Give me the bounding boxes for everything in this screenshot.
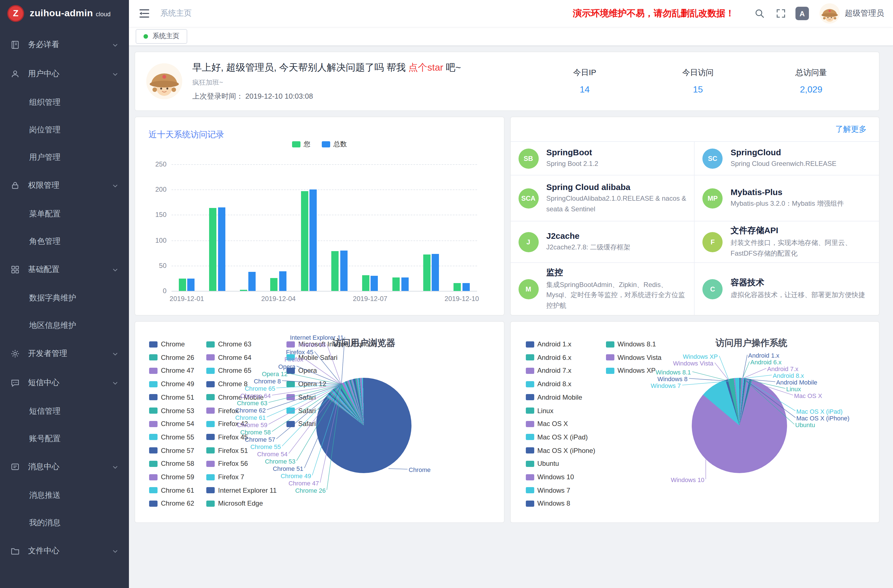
legend-Android 8.x[interactable]: Android 8.x xyxy=(526,380,571,388)
sidebar-subitem-账号配置[interactable]: 账号配置 xyxy=(0,425,129,452)
last-login-label: 上次登录时间： xyxy=(192,92,243,100)
y-axis-tick: 150 xyxy=(135,211,167,219)
tech-badge: SB xyxy=(518,148,538,168)
legend-Chrome 58[interactable]: Chrome 58 xyxy=(149,460,194,468)
bar-2019-12-02-您 xyxy=(209,208,216,291)
last-login: 上次登录时间： 2019-12-10 10:03:08 xyxy=(192,91,461,101)
star-link[interactable]: 点个star xyxy=(408,62,443,73)
legend-Chrome 59[interactable]: Chrome 59 xyxy=(149,473,194,481)
sidebar-subitem-岗位管理[interactable]: 岗位管理 xyxy=(0,116,129,143)
legend-Android 1.x[interactable]: Android 1.x xyxy=(526,340,571,348)
legend-Chrome 63[interactable]: Chrome 63 xyxy=(206,340,251,348)
sidebar-item-label: 短信中心 xyxy=(28,378,59,388)
sidebar-item-用户中心[interactable]: 用户中心 xyxy=(0,59,129,89)
sidebar-subitem-菜单配置[interactable]: 菜单配置 xyxy=(0,200,129,227)
tech-badge: MP xyxy=(703,188,723,208)
legend-Ubuntu[interactable]: Ubuntu xyxy=(526,460,559,468)
legend-Chrome 53[interactable]: Chrome 53 xyxy=(149,407,194,415)
pie-label-Chrome 59: Chrome 59 xyxy=(237,421,268,428)
sidebar-item-务必详看[interactable]: 务必详看 xyxy=(0,30,129,59)
sidebar-subitem-角色管理[interactable]: 角色管理 xyxy=(0,227,129,255)
legend-Android Mobile[interactable]: Android Mobile xyxy=(526,394,582,402)
font-size-icon[interactable]: A xyxy=(795,7,809,20)
sidebar-subitem-组织管理[interactable]: 组织管理 xyxy=(0,89,129,116)
topbar: 系统主页 演示环境维护不易，请勿乱删乱改数据！ A 超级管理员 xyxy=(129,0,893,27)
pie-label-Android 7.x: Android 7.x xyxy=(767,365,798,372)
search-icon[interactable] xyxy=(753,7,766,20)
sidebar-subitem-用户管理[interactable]: 用户管理 xyxy=(0,143,129,171)
sidebar-item-消息中心[interactable]: 消息中心 xyxy=(0,452,129,481)
sidebar-item-开发者管理[interactable]: 开发者管理 xyxy=(0,339,129,368)
pie-label-Firefox 56: Firefox 56 xyxy=(298,341,326,348)
legend-Firefox[interactable]: Firefox xyxy=(206,407,239,415)
legend-Chrome[interactable]: Chrome xyxy=(149,340,185,348)
lock-icon xyxy=(10,180,20,191)
legend-Chrome 8[interactable]: Chrome 8 xyxy=(206,380,248,388)
pie-label-Opera 12: Opera 12 xyxy=(262,370,287,377)
tech-desc: SpringCloudAlibaba2.1.0.RELEASE & nacos … xyxy=(546,193,686,214)
chevron-down-icon xyxy=(111,41,119,48)
legend-Chrome 49[interactable]: Chrome 49 xyxy=(149,380,194,388)
legend-Chrome 65[interactable]: Chrome 65 xyxy=(206,367,251,375)
legend-Chrome 55[interactable]: Chrome 55 xyxy=(149,433,194,441)
menu-collapse-icon[interactable] xyxy=(138,7,150,20)
sidebar-item-基础配置[interactable]: 基础配置 xyxy=(0,255,129,284)
sidebar-item-权限管理[interactable]: 权限管理 xyxy=(0,171,129,200)
legend-Windows Vista[interactable]: Windows Vista xyxy=(606,353,661,361)
tech-title: 监控 xyxy=(546,267,686,278)
legend-Linux[interactable]: Linux xyxy=(526,407,553,415)
sidebar-subitem-短信管理[interactable]: 短信管理 xyxy=(0,397,129,425)
legend-Chrome 64[interactable]: Chrome 64 xyxy=(206,353,251,361)
main-area: 系统主页 演示环境维护不易，请勿乱删乱改数据！ A 超级管理员 系统主页 xyxy=(129,0,893,588)
tech-item-Spring Cloud alibaba: SCASpring Cloud alibabaSpringCloudAlibab… xyxy=(510,176,695,221)
fullscreen-icon[interactable] xyxy=(774,7,788,20)
visits-bar-plot: 0501001502002502019-12-012019-12-042019-… xyxy=(135,117,504,315)
legend-Chrome 47[interactable]: Chrome 47 xyxy=(149,367,194,375)
legend-Chrome 26[interactable]: Chrome 26 xyxy=(149,353,194,361)
sidebar-subitem-消息推送[interactable]: 消息推送 xyxy=(0,481,129,509)
breadcrumb[interactable]: 系统主页 xyxy=(160,8,192,18)
legend-Mac OS X (iPad)[interactable]: Mac OS X (iPad) xyxy=(526,433,588,441)
legend-Windows 8.1[interactable]: Windows 8.1 xyxy=(606,340,656,348)
legend-Android 6.x[interactable]: Android 6.x xyxy=(526,353,571,361)
legend-Firefox 7[interactable]: Firefox 7 xyxy=(206,473,244,481)
legend-Chrome 54[interactable]: Chrome 54 xyxy=(149,420,194,428)
legend-Microsoft Edge[interactable]: Microsoft Edge xyxy=(206,500,263,508)
legend-Safari[interactable]: Safari xyxy=(286,394,316,402)
legend-Windows XP[interactable]: Windows XP xyxy=(606,367,655,375)
legend-Windows 10[interactable]: Windows 10 xyxy=(526,473,574,481)
tab-home[interactable]: 系统主页 xyxy=(136,29,187,44)
pie-label-Chrome 61: Chrome 61 xyxy=(235,414,266,421)
sidebar-subitem-地区信息维护[interactable]: 地区信息维护 xyxy=(0,312,129,339)
tech-badge: J xyxy=(518,232,538,252)
pie-label-Chrome 26: Chrome 26 xyxy=(295,487,326,494)
legend-Chrome 61[interactable]: Chrome 61 xyxy=(149,486,194,494)
legend-Windows 8[interactable]: Windows 8 xyxy=(526,500,570,508)
legend-Mac OS X[interactable]: Mac OS X xyxy=(526,420,568,428)
folder-icon xyxy=(10,546,20,556)
legend-Firefox 56[interactable]: Firefox 56 xyxy=(206,460,248,468)
chevron-down-icon xyxy=(111,350,119,357)
tech-item-容器技术: C容器技术虚拟化容器技术，让迁移、部署更加方便快捷 xyxy=(695,263,879,315)
legend-Firefox 51[interactable]: Firefox 51 xyxy=(206,447,248,454)
user-avatar[interactable] xyxy=(819,3,840,24)
learn-more-link[interactable]: 了解更多 xyxy=(835,124,867,134)
tech-desc: 虚拟化容器技术，让迁移、部署更加方便快捷 xyxy=(731,290,865,300)
sidebar-item-短信中心[interactable]: 短信中心 xyxy=(0,368,129,397)
app-logo[interactable]: Z zuihou-admincloud xyxy=(0,0,129,27)
legend-Android 7.x[interactable]: Android 7.x xyxy=(526,367,571,375)
username[interactable]: 超级管理员 xyxy=(845,8,884,18)
legend-Chrome 51[interactable]: Chrome 51 xyxy=(149,394,194,402)
legend-Chrome 57[interactable]: Chrome 57 xyxy=(149,447,194,454)
legend-Windows 7[interactable]: Windows 7 xyxy=(526,486,570,494)
tech-item-文件存储API: F文件存储API封装文件接口，实现本地存储、阿里云、FastDFS存储的配置化 xyxy=(695,221,879,263)
legend-Opera 12[interactable]: Opera 12 xyxy=(286,380,326,388)
sidebar-item-label: 基础配置 xyxy=(28,265,59,275)
legend-Internet Explorer 11[interactable]: Internet Explorer 11 xyxy=(206,486,277,494)
sidebar-subitem-我的消息[interactable]: 我的消息 xyxy=(0,509,129,537)
sidebar-subitem-数据字典维护[interactable]: 数据字典维护 xyxy=(0,284,129,312)
y-axis-tick: 200 xyxy=(135,185,167,193)
legend-Mac OS X (iPhone)[interactable]: Mac OS X (iPhone) xyxy=(526,447,595,454)
sidebar-item-文件中心[interactable]: 文件中心 xyxy=(0,537,129,565)
legend-Chrome 62[interactable]: Chrome 62 xyxy=(149,500,194,508)
